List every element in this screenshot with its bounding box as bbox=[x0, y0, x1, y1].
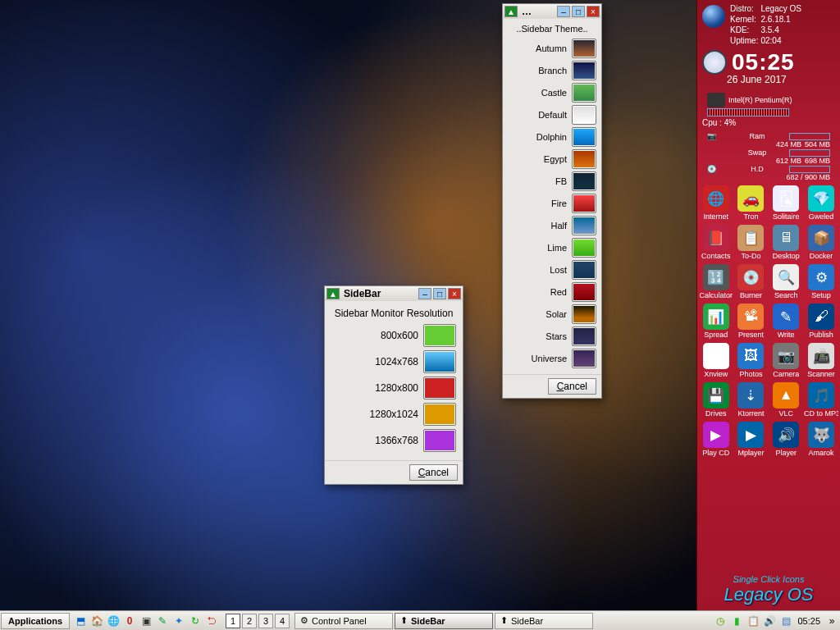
desktop-1[interactable]: 1 bbox=[226, 614, 240, 628]
task-sidebar[interactable]: ⬆SideBar bbox=[395, 613, 493, 629]
battery-icon[interactable]: ▮ bbox=[729, 614, 744, 628]
theme-option-universe[interactable]: Universe bbox=[508, 349, 596, 368]
theme-thumbnail bbox=[572, 349, 596, 368]
app-spread[interactable]: 📊Spread bbox=[699, 302, 733, 340]
hdd-icon: 💽 bbox=[707, 165, 725, 173]
app-amarok[interactable]: 🐺Amarok bbox=[804, 420, 838, 459]
app-cd-to-mp3[interactable]: 🎵CD to MP3 bbox=[804, 381, 838, 419]
home-icon[interactable]: 🏠 bbox=[89, 614, 104, 628]
app-mplayer[interactable]: ▶Mplayer bbox=[734, 420, 769, 459]
app-label: VLC bbox=[778, 409, 793, 418]
maximize-button[interactable]: □ bbox=[433, 288, 446, 299]
mem-block: 📷 Ram 424 MB504 MB Swap 612 MB698 MB 💽 H… bbox=[697, 132, 840, 181]
theme-option-fb[interactable]: FB bbox=[508, 171, 596, 191]
theme-option-egypt[interactable]: Egypt bbox=[508, 149, 596, 169]
theme-option-red[interactable]: Red bbox=[508, 282, 596, 302]
theme-cancel-button[interactable]: Cancel bbox=[548, 378, 596, 395]
desktop-4[interactable]: 4 bbox=[275, 614, 290, 628]
kde-key: KDE: bbox=[730, 25, 758, 35]
close-button[interactable]: × bbox=[448, 288, 461, 299]
app-drives[interactable]: 💾Drives bbox=[699, 381, 733, 419]
minimize-button[interactable]: – bbox=[418, 288, 431, 299]
clipboard-icon[interactable]: 📋 bbox=[746, 614, 760, 628]
app-camera[interactable]: 📷Camera bbox=[769, 341, 803, 380]
display-icon[interactable]: ▤ bbox=[778, 614, 793, 628]
app-label: Contacts bbox=[701, 252, 731, 260]
theme-option-castle[interactable]: Castle bbox=[508, 83, 596, 103]
app-play-cd[interactable]: ▶Play CD bbox=[699, 420, 733, 459]
show-desktop-icon[interactable]: ⬒ bbox=[73, 614, 88, 628]
taskbar-clock[interactable]: 05:25 bbox=[794, 616, 824, 626]
app-search[interactable]: 🔍Search bbox=[769, 262, 803, 301]
resolution-option-840x630[interactable]: 840x630 bbox=[331, 350, 456, 373]
desktop-3[interactable]: 3 bbox=[258, 614, 273, 628]
app-write[interactable]: ✎Write bbox=[769, 302, 803, 340]
app-desktop[interactable]: 🖥Desktop bbox=[769, 223, 803, 262]
app-internet[interactable]: 🌐Internet bbox=[699, 184, 733, 222]
theme-thumbnail bbox=[572, 216, 596, 235]
desktop-2[interactable]: 2 bbox=[242, 614, 257, 628]
tool-icon[interactable]: ✦ bbox=[171, 614, 186, 628]
kernel-key: Kernel: bbox=[730, 14, 758, 25]
footer-brand: Legacy OS bbox=[697, 584, 840, 605]
resolution-option-800x600[interactable]: 800x600 bbox=[331, 324, 456, 347]
app-player[interactable]: 🔊Player bbox=[769, 420, 803, 459]
start-menu-button[interactable]: Applications bbox=[1, 613, 70, 629]
app-calculator[interactable]: 🔢Calculator bbox=[699, 262, 733, 301]
theme-thumbnail bbox=[572, 105, 596, 125]
theme-option-dolphin[interactable]: Dolphin bbox=[508, 127, 596, 147]
theme-option-lost[interactable]: Lost bbox=[508, 260, 596, 280]
camera-icon: 📷 bbox=[707, 132, 725, 140]
theme-option-default[interactable]: Default bbox=[508, 105, 596, 125]
app-vlc[interactable]: ▲VLC bbox=[769, 381, 803, 419]
theme-option-half[interactable]: Half bbox=[508, 216, 596, 235]
minimize-button[interactable]: – bbox=[557, 6, 570, 17]
app-publish[interactable]: 🖌Publish bbox=[804, 302, 838, 340]
task-control-panel[interactable]: ⚙Control Panel bbox=[294, 613, 393, 629]
up-arrow-icon[interactable]: ▲ bbox=[504, 6, 518, 17]
note-icon[interactable]: ✎ bbox=[155, 614, 170, 628]
theme-option-lime[interactable]: Lime bbox=[508, 238, 596, 258]
app-gweled[interactable]: 💎Gweled bbox=[804, 184, 838, 222]
app-setup[interactable]: ⚙Setup bbox=[804, 262, 838, 301]
overflow-icon[interactable]: » bbox=[824, 614, 839, 628]
resolution-title: SideBar bbox=[341, 288, 417, 299]
theme-option-branch[interactable]: Branch bbox=[508, 61, 596, 80]
resolution-option-1280x1024[interactable]: 1280x1024 bbox=[331, 403, 456, 426]
resolution-titlebar[interactable]: ▲ SideBar – □ × bbox=[325, 286, 463, 301]
resolution-thumbnail bbox=[423, 324, 456, 347]
app-docker[interactable]: 📦Docker bbox=[804, 223, 838, 262]
theme-option-stars[interactable]: Stars bbox=[508, 326, 596, 346]
exit-icon[interactable]: ⮌ bbox=[204, 614, 219, 628]
terminal-icon[interactable]: ▣ bbox=[139, 614, 153, 628]
theme-option-autumn[interactable]: Autumn bbox=[508, 39, 596, 58]
resolution-option-1366x768[interactable]: 1366x768 bbox=[331, 429, 456, 452]
resolution-option-1280x800[interactable]: 1280x800 bbox=[331, 377, 456, 399]
up-arrow-icon[interactable]: ▲ bbox=[326, 288, 340, 299]
theme-option-fire[interactable]: Fire bbox=[508, 194, 596, 213]
app-tron[interactable]: 🚗Tron bbox=[734, 184, 769, 222]
app-contacts[interactable]: 📕Contacts bbox=[699, 223, 733, 262]
theme-option-solar[interactable]: Solar bbox=[508, 304, 596, 324]
kde-val: 3.5.4 bbox=[760, 25, 801, 35]
maximize-button[interactable]: □ bbox=[572, 6, 585, 17]
task-sidebar[interactable]: ⬆SideBar bbox=[495, 613, 593, 629]
app-present[interactable]: 📽Present bbox=[734, 302, 769, 340]
app-xnview[interactable]: 👁Xnview bbox=[699, 341, 733, 380]
app-solitaire[interactable]: 🂡Solitaire bbox=[769, 184, 803, 222]
app-scanner[interactable]: 📠Scanner bbox=[804, 341, 838, 380]
app-photos[interactable]: 🖼Photos bbox=[734, 341, 769, 380]
mail-icon[interactable]: 0 bbox=[122, 614, 137, 628]
app-ktorrent[interactable]: ⇣Ktorrent bbox=[734, 381, 769, 419]
app-to-do[interactable]: 📋To-Do bbox=[734, 223, 769, 262]
update-icon[interactable]: ◷ bbox=[713, 614, 728, 628]
volume-icon[interactable]: 🔊 bbox=[762, 614, 777, 628]
app-burner[interactable]: 💿Burner bbox=[734, 262, 769, 301]
app-label: Player bbox=[775, 449, 797, 457]
reload-icon[interactable]: ↻ bbox=[188, 614, 203, 628]
close-button[interactable]: × bbox=[587, 6, 600, 17]
browser-icon[interactable]: 🌐 bbox=[106, 614, 121, 628]
theme-titlebar[interactable]: ▲ … – □ × bbox=[503, 4, 601, 19]
resolution-cancel-button[interactable]: Cancel bbox=[409, 464, 458, 481]
cpu-block: Intel(R) Pentium(R) Cpu : 4% bbox=[697, 89, 840, 132]
